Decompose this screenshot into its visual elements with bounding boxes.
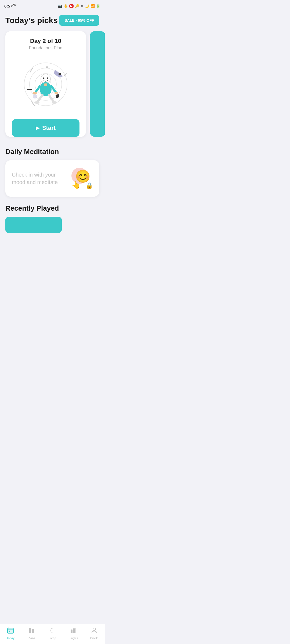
- daily-meditation-title: Daily Meditation: [5, 148, 99, 156]
- svg-point-21: [43, 78, 45, 79]
- svg-point-22: [47, 78, 48, 79]
- wifi-icon: 📶: [90, 4, 95, 8]
- record-icon: ▶: [69, 4, 74, 8]
- partial-card: [90, 31, 105, 137]
- page-title: Today's picks: [5, 16, 58, 25]
- svg-point-16: [55, 92, 58, 94]
- svg-point-19: [35, 101, 39, 104]
- status-icons: 📷 ✋ ▶ 🔑 ✳ 🌙 📶 🔋: [58, 4, 100, 8]
- svg-line-17: [38, 95, 42, 102]
- battery-icon: 🔋: [96, 4, 100, 8]
- svg-rect-23: [44, 83, 47, 86]
- daily-meditation-text: Check in with your mood and meditate: [12, 171, 67, 186]
- sale-button[interactable]: SALE - 65% OFF: [59, 15, 99, 26]
- status-time: 6:57AM: [4, 3, 16, 8]
- cursor-icon: 👆: [71, 180, 81, 189]
- recently-played-title: Recently Played: [5, 204, 99, 213]
- play-icon: ▶: [36, 125, 39, 131]
- svg-line-18: [49, 95, 54, 102]
- hand-icon: ✋: [64, 4, 68, 8]
- mood-emoji-area: 😊 👆 🔒: [71, 168, 93, 189]
- key-icon: 🔑: [75, 4, 79, 8]
- cards-scroll: Day 2 of 10 Foundations Plan: [0, 31, 105, 140]
- svg-marker-9: [54, 69, 63, 78]
- recently-played-preview: [5, 217, 62, 233]
- plan-card: Day 2 of 10 Foundations Plan: [5, 31, 86, 137]
- main-content: Today's picks SALE - 65% OFF Day 2 of 10…: [0, 11, 105, 260]
- lock-icon: 🔒: [86, 182, 93, 189]
- daily-meditation-card[interactable]: Check in with your mood and meditate 😊 👆…: [5, 160, 99, 197]
- bluetooth-icon: ✳: [81, 4, 84, 8]
- illustration: [12, 55, 79, 114]
- svg-point-10: [59, 73, 61, 75]
- moon-icon: 🌙: [85, 4, 89, 8]
- status-bar: 6:57AM 📷 ✋ ▶ 🔑 ✳ 🌙 📶 🔋: [0, 0, 105, 11]
- svg-point-15: [33, 92, 37, 94]
- camera-icon: 📷: [58, 4, 62, 8]
- svg-point-20: [52, 101, 57, 104]
- plan-label: Foundations Plan: [12, 46, 79, 50]
- day-label: Day 2 of 10: [12, 38, 79, 45]
- svg-point-4: [46, 66, 48, 68]
- svg-point-8: [33, 94, 37, 98]
- start-button[interactable]: ▶ Start: [12, 119, 79, 137]
- header: Today's picks SALE - 65% OFF: [5, 15, 99, 26]
- svg-rect-6: [56, 94, 60, 98]
